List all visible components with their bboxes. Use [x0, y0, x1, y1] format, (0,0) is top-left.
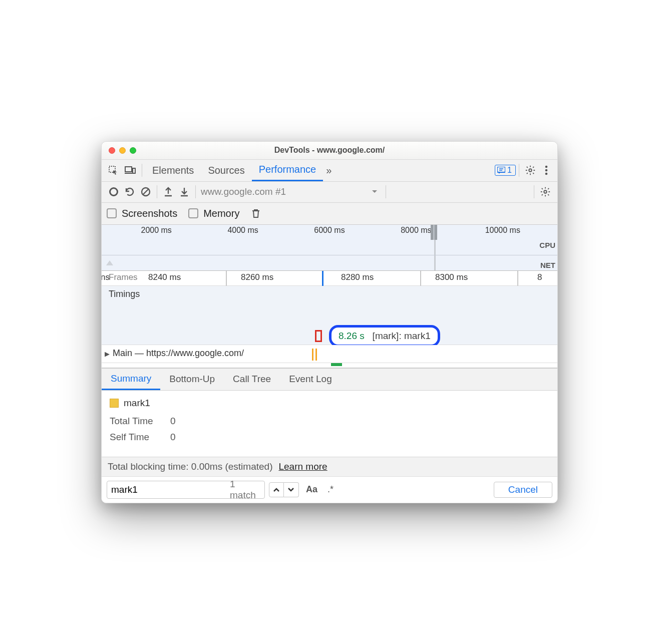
zoom-icon[interactable]: [130, 147, 136, 154]
color-swatch: [110, 399, 119, 408]
search-bar: 1 match Aa .* Cancel: [102, 476, 557, 503]
total-time-label: Total Time: [110, 416, 162, 427]
svg-point-8: [545, 166, 548, 168]
detail-ruler: ns Frames 8240 ms 8260 ms 8280 ms 8300 m…: [102, 271, 557, 286]
flamechart-area[interactable]: ns Frames 8240 ms 8260 ms 8280 ms 8300 m…: [102, 271, 557, 369]
tab-summary[interactable]: Summary: [102, 368, 160, 390]
separator: [157, 185, 157, 198]
tab-event-log[interactable]: Event Log: [280, 368, 341, 390]
main-marker: [312, 349, 313, 361]
svg-rect-4: [497, 167, 505, 172]
window-title: DevTools - www.google.com/: [102, 146, 557, 155]
select-chevron-icon[interactable]: [367, 190, 383, 194]
record-button[interactable]: [106, 187, 122, 196]
titlebar: DevTools - www.google.com/: [102, 142, 557, 160]
overview-net-label: NET: [540, 261, 555, 269]
timings-label: Timings: [109, 289, 140, 299]
kebab-icon[interactable]: [538, 165, 554, 175]
tab-performance[interactable]: Performance: [252, 159, 323, 181]
tab-call-tree[interactable]: Call Tree: [224, 368, 280, 390]
callout-text: [mark]: mark1: [373, 331, 431, 341]
memory-checkbox[interactable]: [188, 208, 198, 218]
total-time-value: 0: [170, 416, 176, 427]
mark-callout[interactable]: 8.26 s [mark]: mark1: [329, 325, 440, 347]
minimize-icon[interactable]: [119, 147, 126, 154]
separator: [386, 185, 386, 198]
callout-time: 8.26 s: [339, 331, 365, 341]
overview-tick: 8000 ms: [401, 226, 431, 235]
console-count: 1: [507, 166, 512, 175]
svg-line-12: [143, 189, 148, 194]
timings-lane[interactable]: Timings 8.26 s [mark]: mark1: [102, 286, 557, 345]
svg-point-9: [545, 169, 548, 172]
screenshots-checkbox[interactable]: [107, 208, 117, 218]
mark-name: mark1: [124, 398, 150, 409]
separator: [519, 164, 519, 177]
ruler-tick: 8300 ms: [435, 272, 468, 282]
trash-icon[interactable]: [251, 208, 260, 218]
performance-settings-icon[interactable]: [537, 186, 553, 197]
upload-icon[interactable]: [160, 187, 176, 197]
ruler-tick: 8: [537, 272, 542, 282]
svg-point-10: [545, 173, 548, 175]
tab-sources[interactable]: Sources: [201, 165, 251, 176]
capture-options: Screenshots Memory: [102, 203, 557, 225]
blocking-time: Total blocking time: 0.00ms (estimated): [108, 461, 272, 472]
overview-tick: 6000 ms: [314, 226, 345, 235]
search-input-container: 1 match: [107, 481, 265, 499]
settings-icon[interactable]: [522, 165, 538, 176]
overview-tick: 2000 ms: [141, 226, 172, 235]
ruler-tick: 8260 ms: [241, 272, 273, 282]
reload-icon[interactable]: [122, 187, 138, 197]
performance-toolbar: [102, 182, 557, 203]
recording-select[interactable]: [199, 185, 367, 198]
expand-icon[interactable]: ▶: [105, 350, 110, 358]
summary-panel: mark1 Total Time 0 Self Time 0: [102, 391, 557, 457]
panel-tabs: Elements Sources Performance » 1: [102, 160, 557, 182]
tab-bottom-up[interactable]: Bottom-Up: [160, 368, 224, 390]
console-badge[interactable]: 1: [495, 165, 516, 176]
close-icon[interactable]: [109, 147, 115, 154]
ruler-tick: 8280 ms: [341, 272, 374, 282]
overview-tick: 4000 ms: [227, 226, 258, 235]
screenshots-label: Screenshots: [122, 208, 177, 219]
learn-more-link[interactable]: Learn more: [278, 461, 327, 472]
window-controls: [102, 147, 136, 154]
overview-tick: 10000 ms: [485, 226, 520, 235]
svg-point-13: [544, 190, 547, 193]
inspect-icon[interactable]: [105, 165, 122, 175]
cancel-button[interactable]: Cancel: [494, 482, 552, 498]
main-marker: [315, 349, 317, 361]
footer: Total blocking time: 0.00ms (estimated) …: [102, 457, 557, 476]
tab-elements[interactable]: Elements: [145, 165, 201, 176]
svg-rect-2: [133, 168, 135, 173]
match-case-toggle[interactable]: Aa: [303, 483, 320, 496]
timing-marker[interactable]: [315, 330, 322, 342]
self-time-value: 0: [170, 432, 176, 443]
regex-toggle[interactable]: .*: [324, 483, 337, 496]
search-prev-icon[interactable]: [269, 482, 284, 497]
search-input[interactable]: [111, 484, 230, 495]
drawer-tabs: Summary Bottom-Up Call Tree Event Log: [102, 369, 557, 391]
search-match-count: 1 match: [230, 479, 260, 501]
separator: [195, 185, 196, 198]
main-label: Main — https://www.google.com/: [113, 348, 244, 358]
download-icon[interactable]: [176, 187, 192, 197]
self-time-label: Self Time: [110, 432, 162, 443]
separator: [534, 185, 534, 198]
devtools-window: DevTools - www.google.com/ Elements Sour…: [101, 141, 558, 503]
overview-cpu-label: CPU: [539, 241, 555, 249]
overview-ruler[interactable]: 2000 ms 4000 ms 6000 ms 8000 ms 10000 ms…: [102, 225, 557, 271]
main-lane[interactable]: ▶Main — https://www.google.com/: [102, 345, 557, 363]
ruler-tick: 8240 ms: [148, 272, 181, 282]
tabs-overflow-icon[interactable]: »: [323, 165, 335, 176]
svg-point-7: [529, 169, 532, 172]
separator: [142, 164, 142, 177]
search-next-icon[interactable]: [284, 482, 299, 497]
frames-label: Frames: [109, 272, 138, 282]
svg-rect-1: [125, 167, 132, 172]
memory-label: Memory: [203, 208, 239, 219]
device-icon[interactable]: [122, 166, 139, 175]
clear-icon[interactable]: [138, 187, 154, 197]
